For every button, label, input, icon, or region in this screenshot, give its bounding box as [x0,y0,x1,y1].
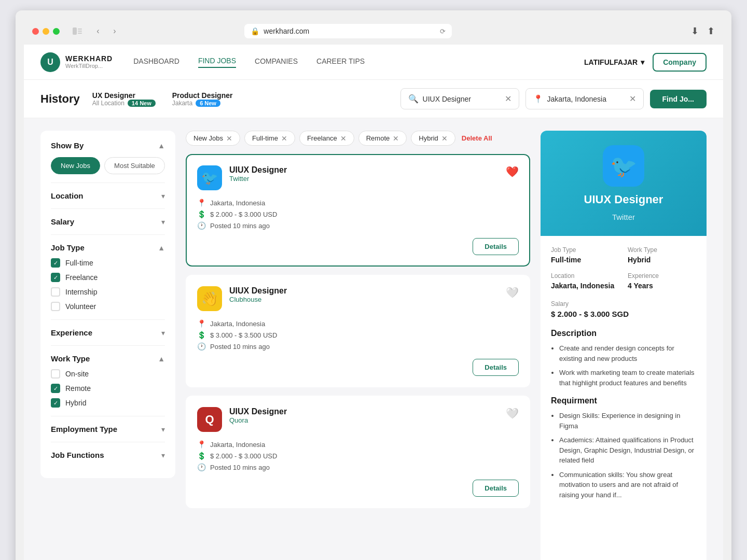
logo-icon: U [40,52,60,72]
work-type-hybrid[interactable]: ✓ Hybrid [51,398,165,408]
maximize-button[interactable] [53,28,60,35]
location-title: Location [51,191,84,200]
location-icon: 📍 [533,94,543,104]
history-count-tag-1: 14 New [128,100,156,107]
checkbox-internship[interactable] [51,287,60,297]
detail-location-value: Jakarta, Indonesia [551,282,619,290]
employment-type-header[interactable]: Employment Type ▾ [51,425,165,433]
favorite-button-1[interactable]: ❤️ [506,165,519,178]
details-button-3[interactable]: Details [473,480,519,497]
checkbox-remote[interactable]: ✓ [51,384,60,393]
job-company-2: Clubhouse [229,296,499,303]
history-chip-product-designer[interactable]: Product Designer Jakarta 6 New [172,89,233,109]
work-type-onsite[interactable]: On-site [51,369,165,379]
nav-links: DASHBOARD FIND JOBS COMPANIES CAREER TIP… [133,57,365,68]
details-button-2[interactable]: Details [473,359,519,376]
job-salary-1: $ 2.000 - $ 3.000 USD [210,211,277,218]
remove-tag-hybrid[interactable]: ✕ [441,135,448,142]
location-chevron: ▾ [161,192,165,200]
company-button[interactable]: Company [653,53,707,72]
history-count-tag-2: 6 New [196,100,220,107]
nav-companies[interactable]: COMPANIES [255,57,298,67]
label-onsite: On-site [65,370,89,378]
job-functions-header[interactable]: Job Functions ▾ [51,451,165,459]
sidebar-toggle-button[interactable] [70,25,85,37]
desc-item-1: Create and render design concepts for ex… [559,343,696,363]
forward-button[interactable]: › [107,24,122,38]
find-job-button[interactable]: Find Jo... [650,90,707,108]
show-by-section: Show By ▲ New Jobs Most Suitable [51,141,165,183]
back-button[interactable]: ‹ [91,24,105,38]
job-type-fulltime[interactable]: ✓ Full-time [51,258,165,268]
work-type-section: Work Type ▲ On-site ✓ Remote [51,346,165,416]
traffic-lights [32,28,60,35]
most-suitable-button[interactable]: Most Suitable [104,157,165,174]
favorite-button-2[interactable]: 🤍 [506,286,519,299]
detail-salary-value: $ 2.000 - $ 3.000 SGD [551,310,696,318]
show-by-header[interactable]: Show By ▲ [51,141,165,150]
location-header[interactable]: Location ▾ [51,191,165,200]
user-menu[interactable]: LATIFULFAJAR ▾ [584,58,644,66]
job-search-clear[interactable]: ✕ [505,94,511,104]
favorite-button-3[interactable]: 🤍 [506,407,519,419]
history-chip-ux-designer[interactable]: UX Designer All Location 14 New [92,89,156,109]
req-item-3: Communication skills: You show great mot… [559,470,696,500]
reload-button[interactable]: ⟳ [440,27,446,35]
detail-header: 🐦 UIUX Designer Twitter [541,131,707,236]
checkbox-onsite[interactable] [51,369,60,379]
close-button[interactable] [32,28,39,35]
job-card-quora[interactable]: Q UIUX Designer Quora 🤍 📍 [186,396,530,508]
job-card-clubhouse[interactable]: 👋 UIUX Designer Clubhouse 🤍 📍 [186,275,530,387]
experience-chevron: ▾ [161,329,165,337]
remove-tag-remote[interactable]: ✕ [393,135,399,142]
remove-tag-new-jobs[interactable]: ✕ [226,135,232,142]
checkbox-fulltime[interactable]: ✓ [51,258,60,268]
details-button-1[interactable]: Details [473,238,519,255]
job-type-header[interactable]: Job Type ▲ [51,243,165,252]
job-location-1: Jakarta, Indonesia [210,199,265,207]
top-navigation: U WERKHARD WerkTillDrop... DASHBOARD FIN… [24,45,723,80]
location-search-input[interactable] [547,95,625,103]
job-type-volunteer[interactable]: Volunteer [51,302,165,311]
history-label: History [40,92,80,106]
job-functions-title: Job Functions [51,451,104,459]
label-hybrid: Hybrid [65,399,86,407]
share-icon[interactable]: ⬆ [707,25,715,37]
checkbox-hybrid[interactable]: ✓ [51,398,60,408]
minimize-button[interactable] [43,28,49,35]
salary-header[interactable]: Salary ▾ [51,217,165,226]
delete-all-filters-button[interactable]: Delete All [462,134,492,142]
employment-type-chevron: ▾ [161,425,165,433]
lock-icon: 🔒 [251,27,259,35]
detail-experience-label: Experience [628,272,696,279]
sidebar: Show By ▲ New Jobs Most Suitable Locatio… [40,131,175,478]
clubhouse-logo: 👋 [197,286,222,311]
download-icon[interactable]: ⬇ [691,25,699,37]
job-type-internship[interactable]: Internship [51,287,165,297]
checkbox-volunteer[interactable] [51,302,60,311]
nav-dashboard[interactable]: DASHBOARD [133,57,179,67]
work-type-header[interactable]: Work Type ▲ [51,354,165,363]
work-type-remote[interactable]: ✓ Remote [51,384,165,393]
nav-career-tips[interactable]: CAREER TIPS [316,57,365,67]
job-card-twitter[interactable]: 🐦 UIUX Designer Twitter ❤️ 📍 [186,154,530,267]
detail-description-title: Description [551,329,696,338]
job-search-input[interactable] [423,95,501,103]
show-by-title: Show By [51,141,84,150]
job-posted-1: Posted 10 mins ago [210,222,270,230]
history-location-1: All Location [92,100,125,107]
salary-icon-2: 💲 [197,331,206,339]
checkbox-freelance[interactable]: ✓ [51,273,60,282]
job-type-freelance[interactable]: ✓ Freelance [51,273,165,282]
remove-tag-fulltime[interactable]: ✕ [281,135,287,142]
detail-job-title: UIUX Designer [584,193,663,206]
req-item-2: Academics: Attained qualifications in Pr… [559,435,696,466]
job-posted-3: Posted 10 mins ago [210,464,270,471]
detail-location: Location Jakarta, Indonesia [551,272,619,290]
nav-find-jobs[interactable]: FIND JOBS [198,57,236,68]
job-location-2: Jakarta, Indonesia [210,320,265,328]
new-jobs-button[interactable]: New Jobs [51,157,100,174]
remove-tag-freelance[interactable]: ✕ [340,135,347,142]
location-search-clear[interactable]: ✕ [629,94,636,104]
experience-header[interactable]: Experience ▾ [51,328,165,337]
